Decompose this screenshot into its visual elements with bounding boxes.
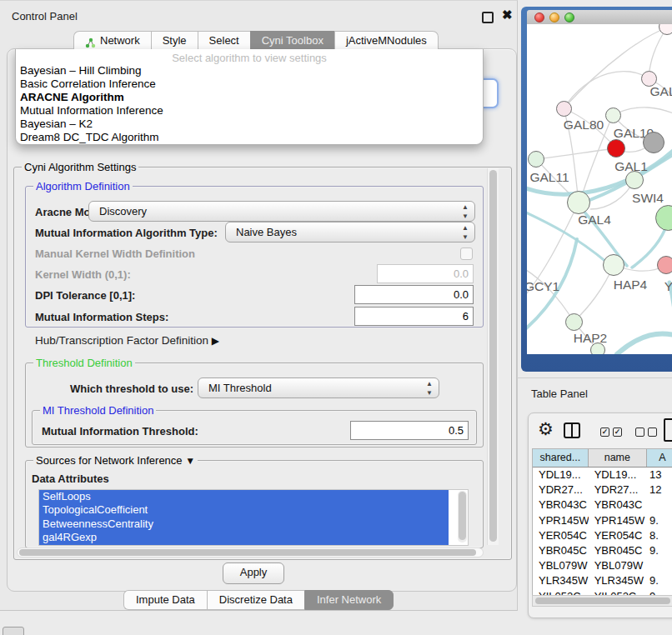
checked-checkbox-icon[interactable]: ✓ <box>613 428 622 437</box>
network-node[interactable] <box>565 313 583 331</box>
panel-title: Control Panel <box>12 10 78 22</box>
zoom-traffic-light-icon[interactable] <box>564 12 574 22</box>
table-cell: YBL079W <box>589 558 647 573</box>
network-node[interactable] <box>590 342 605 354</box>
collapsed-panel-button[interactable] <box>3 627 24 635</box>
tab-infer-network[interactable]: Infer Network <box>304 590 394 610</box>
table-row[interactable]: YPR145WYPR145W9. <box>533 513 672 528</box>
which-threshold-select[interactable]: MI Threshold ▲▼ <box>198 378 439 398</box>
network-node[interactable] <box>655 205 672 231</box>
kernel-width-label: Kernel Width (0,1): <box>35 268 131 281</box>
table-row[interactable]: YDR27...YDR27...12 <box>533 482 672 498</box>
table-row[interactable]: YDL19...YDL19...13 <box>533 468 672 482</box>
algorithm-option[interactable]: Dream8 DC_TDC Algorithm <box>16 131 483 144</box>
network-node[interactable] <box>625 171 644 189</box>
float-icon[interactable] <box>482 12 494 23</box>
dpi-tolerance-field[interactable]: 0.0 <box>354 285 474 304</box>
column-header-partial[interactable]: A <box>647 449 672 467</box>
attribute-item[interactable]: SelfLoops <box>39 490 449 503</box>
table-cell: YLR345W <box>589 573 647 588</box>
unchecked-checkbox-icon[interactable] <box>648 428 657 437</box>
table-row[interactable]: YBR045CYBR045C9. <box>533 543 672 558</box>
tab-select[interactable]: Select <box>198 31 250 50</box>
column-header-name[interactable]: name <box>589 449 647 467</box>
close-icon[interactable]: ✖ <box>502 8 513 22</box>
table-cell: YDR27... <box>589 482 647 498</box>
tab-style[interactable]: Style <box>151 31 198 50</box>
table-header-row: shared... name A <box>533 449 672 468</box>
table-row[interactable]: YER054CYER054C8. <box>533 528 672 543</box>
table-cell: YLR345W <box>533 573 589 588</box>
sources-group-title[interactable]: Sources for Network Inference ▼ <box>33 454 198 467</box>
attribute-item[interactable]: TopologicalCoefficient <box>39 503 449 517</box>
list-scrollbar[interactable] <box>458 491 467 542</box>
settings-horizontal-scrollbar[interactable] <box>17 548 484 558</box>
attribute-item[interactable]: BetweennessCentrality <box>39 518 449 531</box>
node-attribute-table[interactable]: shared... name A YDL19...YDL19...13YDR27… <box>532 448 672 602</box>
network-node[interactable] <box>567 191 590 214</box>
node-label: SWI4 <box>632 191 664 206</box>
algorithm-popup-list: Bayesian – Hill ClimbingBasic Correlatio… <box>16 64 483 143</box>
tab-cyni-toolbox[interactable]: Cyni Toolbox <box>250 31 334 50</box>
node-label: GAL4 <box>578 212 611 228</box>
apply-button[interactable]: Apply <box>223 562 284 584</box>
mi-threshold-group-title: MI Threshold Definition <box>40 404 156 417</box>
network-node[interactable] <box>659 24 672 35</box>
column-header-shared-name[interactable]: shared... <box>533 449 589 467</box>
tab-impute-data[interactable]: Impute Data <box>123 590 207 610</box>
network-node[interactable] <box>657 256 672 274</box>
screen: Control Panel ✖ Network Style Select <box>0 0 672 635</box>
network-node[interactable] <box>556 101 572 117</box>
mi-steps-field[interactable]: 6 <box>354 307 474 326</box>
file-icon[interactable] <box>664 418 672 442</box>
tab-jactivemnodules[interactable]: jActiveMNodules <box>334 31 439 50</box>
close-traffic-light-icon[interactable] <box>534 12 544 22</box>
unchecked-checkbox-icon[interactable] <box>635 428 644 437</box>
table-row[interactable]: YBR043CYBR043C <box>533 498 672 512</box>
mi-type-label: Mutual Information Algorithm Type: <box>35 227 218 239</box>
algorithm-option[interactable]: ARACNE Algorithm <box>16 91 483 104</box>
table-panel-titlebar: Table Panel <box>517 378 672 409</box>
network-canvas[interactable]: GALGAL80GAL10GAL1GAL11SWI4GAL4GCY1HAP4YH… <box>527 24 672 354</box>
table-toolbar: ⚙ ✓ ✓ <box>529 413 672 448</box>
tab-discretize-data[interactable]: Discretize Data <box>207 590 304 610</box>
node-label: GAL80 <box>564 118 604 132</box>
table-cell: YER054C <box>589 528 647 543</box>
table-cell: YBR045C <box>589 543 647 558</box>
network-node[interactable] <box>605 108 621 123</box>
dpi-tolerance-label: DPI Tolerance [0,1]: <box>35 289 135 302</box>
control-panel-window: Control Panel ✖ Network Style Select <box>0 0 518 611</box>
table-horizontal-scrollbar[interactable] <box>532 595 672 607</box>
table-cell: 12 <box>647 482 672 498</box>
table-row[interactable]: YBL079WYBL079W <box>533 558 672 573</box>
table-panel-title: Table Panel <box>531 388 588 400</box>
aracne-mode-select[interactable]: Discovery ▲▼ <box>88 201 475 222</box>
table-row[interactable]: YLR345WYLR345W9. <box>533 573 672 588</box>
mi-threshold-field[interactable]: 0.5 <box>350 421 469 440</box>
network-node[interactable] <box>607 139 625 158</box>
network-node[interactable] <box>528 151 544 168</box>
cyni-bottom-tabbar: Impute Data Discretize Data Infer Networ… <box>123 590 394 608</box>
kernel-width-field[interactable]: 0.0 <box>377 264 474 283</box>
control-panel-tabbar: Network Style Select Cyni Toolbox jActiv… <box>73 31 439 49</box>
mi-type-select[interactable]: Naive Bayes ▲▼ <box>225 222 475 242</box>
algorithm-option[interactable]: Mutual Information Inference <box>16 104 483 118</box>
manual-kernel-checkbox[interactable] <box>460 248 473 260</box>
table-cell: 8. <box>647 528 672 543</box>
data-attributes-list[interactable]: SelfLoopsTopologicalCoefficientBetweenne… <box>38 489 469 546</box>
gear-icon[interactable]: ⚙ <box>538 419 554 439</box>
minimize-traffic-light-icon[interactable] <box>549 12 559 22</box>
tab-network[interactable]: Network <box>73 31 151 50</box>
network-node[interactable] <box>603 254 624 276</box>
hub-definition-expander[interactable]: Hub/Transcription Factor Definition ▶ <box>35 334 219 347</box>
attribute-item[interactable]: gal4RGexp <box>39 531 449 544</box>
table-cell: YBR043C <box>589 498 647 512</box>
algorithm-option[interactable]: Basic Correlation Inference <box>16 78 483 91</box>
network-node[interactable] <box>643 132 664 153</box>
checked-checkbox-icon[interactable]: ✓ <box>600 428 609 437</box>
algorithm-option[interactable]: Bayesian – Hill Climbing <box>16 64 483 78</box>
algorithm-option[interactable]: Bayesian – K2 <box>16 118 483 131</box>
network-window-titlebar[interactable] <box>527 10 672 25</box>
settings-vertical-scrollbar[interactable] <box>487 168 499 545</box>
columns-icon[interactable] <box>564 422 580 438</box>
